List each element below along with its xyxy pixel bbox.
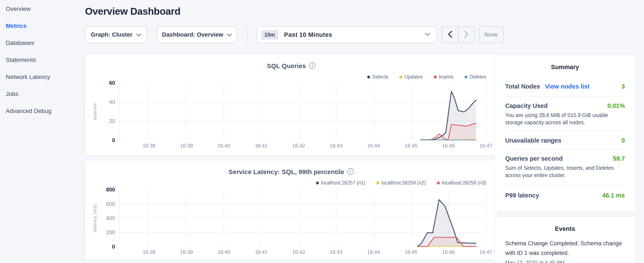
next-timespan-button[interactable] — [458, 27, 474, 43]
svg-text:16:38: 16:38 — [143, 143, 156, 149]
svg-text:16:41: 16:41 — [255, 249, 268, 255]
summary-title: Summary — [505, 64, 625, 71]
sql-queries-chart-card: SQL Queries SelectsUpdatesInsertsDeletes… — [85, 54, 498, 155]
svg-text:16:46: 16:46 — [442, 143, 455, 149]
svg-text:600: 600 — [106, 201, 115, 207]
svg-text:800: 800 — [106, 187, 115, 193]
svg-text:40: 40 — [109, 99, 115, 105]
dashboard-label: Dashboard: Overview — [162, 31, 223, 38]
summary-divider — [505, 149, 625, 149]
svg-text:16:41: 16:41 — [255, 143, 268, 149]
p99-latency-value: 46.1 ms — [602, 192, 625, 199]
svg-text:16:46: 16:46 — [442, 249, 455, 255]
svg-text:16:44: 16:44 — [367, 249, 380, 255]
svg-text:16:43: 16:43 — [330, 249, 342, 255]
svg-text:queries: queries — [92, 103, 98, 120]
service-latency-chart-card: Service Latency: SQL, 99th percentile lo… — [85, 160, 498, 259]
service-latency-plot[interactable]: 16:3816:3916:4016:4116:4216:4316:4416:45… — [85, 160, 498, 260]
chevron-down-icon — [136, 31, 141, 38]
sql-queries-plot[interactable]: 16:3816:3916:4016:4116:4216:4316:4416:45… — [85, 55, 498, 156]
summary-row-total-nodes: Total Nodes View nodes list 3 — [505, 83, 625, 90]
controls-divider — [247, 26, 247, 43]
chevron-right-icon — [464, 31, 468, 39]
svg-text:16:38: 16:38 — [143, 249, 156, 255]
svg-text:16:42: 16:42 — [292, 249, 305, 255]
svg-text:0: 0 — [112, 137, 115, 143]
page-title: Overview Dashboard — [85, 6, 180, 17]
svg-text:16:45: 16:45 — [404, 249, 417, 255]
svg-text:latency (ms): latency (ms) — [92, 204, 98, 232]
capacity-used-value: 0.01% — [608, 102, 625, 109]
events-title: Events — [505, 225, 625, 232]
chevron-down-icon — [425, 33, 430, 37]
svg-text:16:42: 16:42 — [292, 143, 305, 149]
time-range-dropdown[interactable]: 10m Past 10 Minutes — [257, 26, 436, 43]
svg-text:16:39: 16:39 — [180, 249, 193, 255]
sidebar-item-metrics[interactable]: Metrics — [0, 18, 84, 35]
sidebar-item-advanced-debug[interactable]: Advanced Debug — [0, 103, 84, 120]
summary-divider — [505, 131, 625, 131]
summary-panel: Summary Total Nodes View nodes list 3 Ca… — [494, 55, 636, 212]
now-button-label: Now — [484, 31, 498, 38]
summary-row-capacity: Capacity Used 0.01% — [505, 102, 625, 109]
summary-row-p99: P99 latency 46.1 ms — [505, 192, 625, 199]
svg-text:400: 400 — [106, 215, 115, 221]
event-message[interactable]: Schema Change Completed: Schema change w… — [505, 239, 625, 258]
sidebar-item-network-latency[interactable]: Network Latency — [0, 69, 84, 86]
total-nodes-label: Total Nodes — [505, 83, 540, 90]
chevron-left-icon — [448, 31, 452, 39]
svg-text:16:40: 16:40 — [218, 143, 230, 149]
time-range-badge: 10m — [261, 30, 278, 40]
svg-text:16:44: 16:44 — [367, 143, 380, 149]
svg-text:60: 60 — [109, 80, 115, 86]
qps-label: Queries per second — [505, 155, 563, 162]
svg-text:16:45: 16:45 — [404, 143, 417, 149]
capacity-used-description: You are using 28.6 MiB of 515.9 GiB usab… — [505, 112, 625, 126]
p99-latency-label: P99 latency — [505, 192, 539, 199]
sidebar-item-overview[interactable]: Overview — [0, 1, 84, 18]
summary-row-unavailable-ranges: Unavailable ranges 0 — [505, 137, 625, 144]
unavailable-ranges-label: Unavailable ranges — [505, 137, 561, 144]
svg-text:16:47: 16:47 — [480, 249, 492, 255]
qps-description: Sum of Selects, Updates, Inserts, and De… — [505, 164, 625, 179]
summary-divider — [505, 185, 625, 185]
timespan-pager — [442, 26, 474, 43]
time-range-label: Past 10 Minutes — [284, 31, 332, 38]
sidebar-item-jobs[interactable]: Jobs — [0, 86, 84, 103]
svg-text:0: 0 — [112, 244, 115, 249]
svg-text:16:43: 16:43 — [330, 143, 342, 149]
sidebar-item-statements[interactable]: Statements — [0, 52, 84, 69]
previous-timespan-button[interactable] — [442, 27, 458, 43]
sidebar-item-databases[interactable]: Databases — [0, 35, 84, 52]
view-nodes-list-link[interactable]: View nodes list — [545, 83, 590, 90]
sidebar: OverviewMetricsDatabasesStatementsNetwor… — [0, 0, 84, 263]
svg-text:200: 200 — [106, 229, 115, 235]
svg-text:16:40: 16:40 — [218, 249, 230, 255]
summary-divider — [505, 96, 625, 97]
graph-scope-dropdown[interactable]: Graph: Cluster — [85, 26, 147, 43]
svg-text:16:47: 16:47 — [480, 143, 492, 149]
now-button[interactable]: Now — [479, 26, 504, 43]
qps-value: 59.7 — [613, 155, 625, 162]
events-panel: Events Schema Change Completed: Schema c… — [494, 217, 636, 263]
summary-row-qps: Queries per second 59.7 — [505, 155, 625, 162]
unavailable-ranges-value: 0 — [622, 137, 625, 144]
graph-scope-label: Graph: Cluster — [91, 31, 132, 38]
svg-text:16:39: 16:39 — [180, 143, 193, 149]
capacity-used-label: Capacity Used — [505, 102, 548, 109]
dashboard-dropdown[interactable]: Dashboard: Overview — [157, 26, 236, 43]
svg-text:20: 20 — [109, 118, 115, 124]
total-nodes-value: 3 — [622, 83, 625, 90]
chevron-down-icon — [227, 31, 232, 38]
event-timestamp: May 13, 2020 at 4:45 PM — [505, 259, 625, 263]
